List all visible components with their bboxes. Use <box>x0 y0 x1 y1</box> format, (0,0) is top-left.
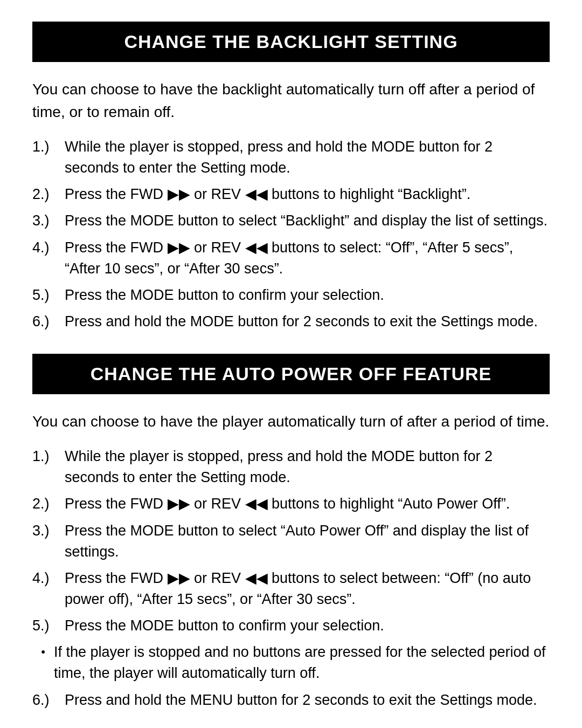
section2-steps: 1.) While the player is stopped, press a… <box>32 446 550 636</box>
step-number: 2.) <box>32 184 65 205</box>
list-item: 5.) Press the MODE button to confirm you… <box>32 615 550 636</box>
step-content: While the player is stopped, press and h… <box>65 446 550 488</box>
list-item: 5.) Press the MODE button to confirm you… <box>32 285 550 306</box>
section1-steps: 1.) While the player is stopped, press a… <box>32 136 550 332</box>
list-item: 1.) While the player is stopped, press a… <box>32 136 550 178</box>
step-number: 6.) <box>32 690 65 711</box>
section2-step6: 6.) Press and hold the MENU button for 2… <box>32 690 550 711</box>
step-number: 4.) <box>32 237 65 258</box>
step-content: Press the MODE button to confirm your se… <box>65 285 550 306</box>
step-content: Press the MODE button to confirm your se… <box>65 615 550 636</box>
step-number: 4.) <box>32 568 65 589</box>
list-item: 3.) Press the MODE button to select “Bac… <box>32 210 550 231</box>
section2-bullet-list: • If the player is stopped and no button… <box>32 642 550 684</box>
list-item: 4.) Press the FWD ▶▶ or REV ◀◀ buttons t… <box>32 568 550 610</box>
step-content: Press the MODE button to select “Backlig… <box>65 210 550 231</box>
step-number: 1.) <box>32 446 65 467</box>
section2-intro: You can choose to have the player automa… <box>32 410 550 433</box>
list-item: 1.) While the player is stopped, press a… <box>32 446 550 488</box>
step-number: 2.) <box>32 493 65 514</box>
list-item: 4.) Press the FWD ▶▶ or REV ◀◀ buttons t… <box>32 237 550 279</box>
list-item: 2.) Press the FWD ▶▶ or REV ◀◀ buttons t… <box>32 493 550 514</box>
step-content: Press the FWD ▶▶ or REV ◀◀ buttons to se… <box>65 237 550 279</box>
section2-title: CHANGE THE AUTO POWER OFF FEATURE <box>32 354 550 394</box>
step-content: Press the FWD ▶▶ or REV ◀◀ buttons to hi… <box>65 493 550 514</box>
step-content: While the player is stopped, press and h… <box>65 136 550 178</box>
step-number: 5.) <box>32 285 65 306</box>
step-number: 1.) <box>32 136 65 157</box>
step-number: 3.) <box>32 520 65 541</box>
bullet-icon: • <box>32 642 54 661</box>
bullet-content: If the player is stopped and no buttons … <box>54 642 550 684</box>
section1-title: CHANGE THE BACKLIGHT SETTING <box>32 22 550 62</box>
step-number: 3.) <box>32 210 65 231</box>
section1-intro: You can choose to have the backlight aut… <box>32 78 550 123</box>
step-content: Press the MODE button to select “Auto Po… <box>65 520 550 562</box>
list-item: 3.) Press the MODE button to select “Aut… <box>32 520 550 562</box>
step-content: Press and hold the MENU button for 2 sec… <box>65 690 550 711</box>
list-item: • If the player is stopped and no button… <box>32 642 550 684</box>
step-content: Press and hold the MODE button for 2 sec… <box>65 311 550 332</box>
list-item: 2.) Press the FWD ▶▶ or REV ◀◀ buttons t… <box>32 184 550 205</box>
step-content: Press the FWD ▶▶ or REV ◀◀ buttons to se… <box>65 568 550 610</box>
step-number: 6.) <box>32 311 65 332</box>
list-item: 6.) Press and hold the MENU button for 2… <box>32 690 550 711</box>
step-content: Press the FWD ▶▶ or REV ◀◀ buttons to hi… <box>65 184 550 205</box>
list-item: 6.) Press and hold the MODE button for 2… <box>32 311 550 332</box>
step-number: 5.) <box>32 615 65 636</box>
